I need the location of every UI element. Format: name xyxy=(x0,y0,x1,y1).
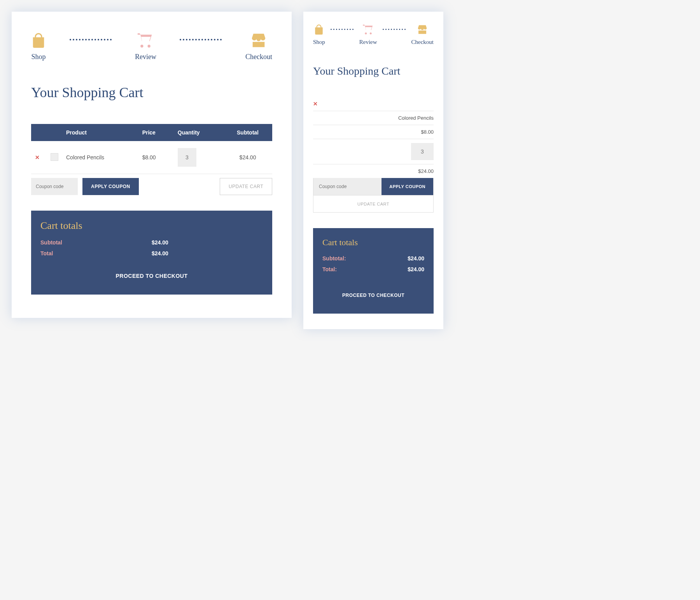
step-divider xyxy=(331,29,354,30)
total-label: Total xyxy=(40,250,152,256)
col-subtotal: Subtotal xyxy=(223,124,272,141)
cart-page-mobile: Shop Review Checkout Your Shopping Cart … xyxy=(303,12,443,329)
subtotal-label: Subtotal xyxy=(40,239,152,246)
apply-coupon-button[interactable]: APPLY COUPON xyxy=(82,178,139,195)
shopping-cart-icon xyxy=(137,32,154,49)
product-price: $8.00 xyxy=(313,125,434,139)
cart-list: ✕ Colored Pencils $8.00 $24.00 APPLY COU… xyxy=(313,97,434,213)
shopping-cart-icon xyxy=(362,24,374,35)
step-checkout-label: Checkout xyxy=(411,39,434,45)
remove-row: ✕ xyxy=(313,97,434,111)
cart-totals-heading: Cart totals xyxy=(40,220,263,232)
product-name[interactable]: Colored Pencils xyxy=(313,111,434,125)
cart-page-desktop: Shop Review Checkout Your Shopping Cart xyxy=(12,12,292,318)
product-price: $8.00 xyxy=(138,141,174,174)
quantity-row xyxy=(313,139,434,164)
remove-item-button[interactable]: ✕ xyxy=(35,154,40,160)
step-shop[interactable]: Shop xyxy=(313,23,325,45)
update-cart-button[interactable]: UPDATE CART xyxy=(313,195,433,212)
quantity-input[interactable] xyxy=(178,148,196,167)
step-divider xyxy=(70,39,112,40)
subtotal-value: $24.00 xyxy=(408,255,424,262)
cart-row: ✕ Colored Pencils $8.00 $24.00 xyxy=(31,141,272,174)
cart-totals-heading: Cart totals xyxy=(322,237,424,248)
update-cart-button[interactable]: UPDATE CART xyxy=(220,178,272,195)
product-subtotal: $24.00 xyxy=(313,164,434,178)
step-checkout-label: Checkout xyxy=(245,53,272,61)
page-title: Your Shopping Cart xyxy=(313,65,434,77)
shopping-bag-icon xyxy=(314,24,324,35)
storefront-icon xyxy=(416,24,428,35)
shopping-bag-icon xyxy=(31,33,46,48)
apply-coupon-button[interactable]: APPLY COUPON xyxy=(382,178,433,195)
coupon-code-input[interactable] xyxy=(313,178,382,195)
cart-totals: Cart totals Subtotal $24.00 Total $24.00… xyxy=(31,211,272,295)
checkout-steps: Shop Review Checkout xyxy=(313,23,434,45)
step-checkout[interactable]: Checkout xyxy=(411,23,434,45)
quantity-input[interactable] xyxy=(411,143,434,160)
product-name[interactable]: Colored Pencils xyxy=(62,141,138,174)
step-shop-label: Shop xyxy=(31,53,46,61)
step-review-label: Review xyxy=(359,39,377,45)
page-title: Your Shopping Cart xyxy=(31,84,272,101)
step-review-label: Review xyxy=(135,53,156,61)
step-divider xyxy=(180,39,222,40)
step-shop-label: Shop xyxy=(313,39,325,45)
proceed-to-checkout-button[interactable]: PROCEED TO CHECKOUT xyxy=(322,277,424,302)
subtotal-value: $24.00 xyxy=(152,239,168,246)
cart-totals: Cart totals Subtotal: $24.00 Total: $24.… xyxy=(313,228,434,314)
cart-table: Product Price Quantity Subtotal ✕ Colore… xyxy=(31,124,272,174)
subtotal-label: Subtotal: xyxy=(322,255,408,262)
step-shop[interactable]: Shop xyxy=(31,31,46,61)
col-product: Product xyxy=(62,124,138,141)
remove-item-button[interactable]: ✕ xyxy=(313,101,318,107)
col-quantity: Quantity xyxy=(174,124,223,141)
total-value: $24.00 xyxy=(408,266,424,272)
step-review[interactable]: Review xyxy=(359,23,377,45)
product-thumbnail[interactable] xyxy=(51,153,58,161)
checkout-steps: Shop Review Checkout xyxy=(31,31,272,61)
product-subtotal: $24.00 xyxy=(223,141,272,174)
col-price: Price xyxy=(138,124,174,141)
step-review[interactable]: Review xyxy=(135,31,156,61)
coupon-code-input[interactable] xyxy=(31,178,78,195)
proceed-to-checkout-button[interactable]: PROCEED TO CHECKOUT xyxy=(40,261,263,283)
step-checkout[interactable]: Checkout xyxy=(245,31,272,61)
total-value: $24.00 xyxy=(152,250,168,256)
storefront-icon xyxy=(250,31,268,49)
step-divider xyxy=(383,29,406,30)
total-label: Total: xyxy=(322,266,408,272)
